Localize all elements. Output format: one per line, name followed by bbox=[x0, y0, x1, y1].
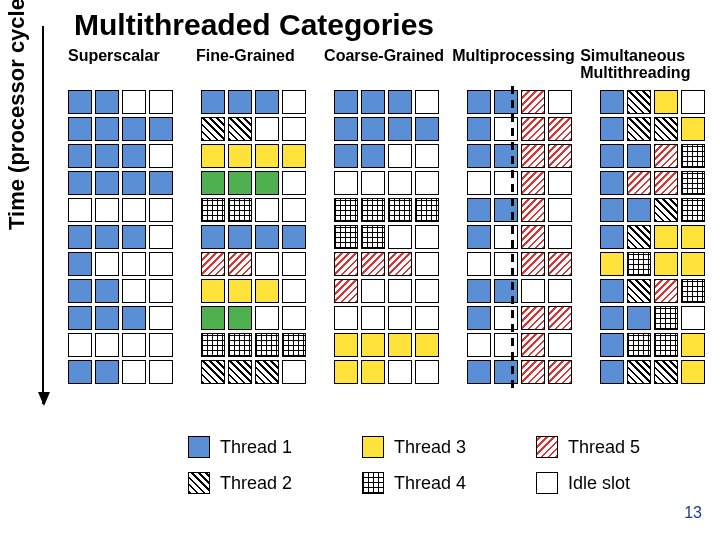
issue-slot bbox=[361, 360, 385, 384]
issue-slot bbox=[388, 198, 412, 222]
issue-slot bbox=[494, 198, 518, 222]
legend-thread-4: Thread 4 bbox=[362, 468, 532, 498]
issue-slot bbox=[122, 144, 146, 168]
issue-slot bbox=[654, 333, 678, 357]
issue-slot bbox=[548, 198, 572, 222]
issue-slot bbox=[201, 333, 225, 357]
issue-slot bbox=[467, 306, 491, 330]
page-title: Multithreaded Categories bbox=[74, 8, 434, 42]
issue-slot bbox=[494, 90, 518, 114]
issue-slot bbox=[255, 333, 279, 357]
issue-slot bbox=[415, 225, 439, 249]
issue-slot bbox=[149, 333, 173, 357]
issue-slot bbox=[415, 117, 439, 141]
legend-idle: Idle slot bbox=[536, 468, 706, 498]
issue-slot bbox=[415, 90, 439, 114]
issue-slot bbox=[122, 279, 146, 303]
issue-slot bbox=[681, 360, 705, 384]
issue-slot bbox=[600, 279, 624, 303]
issue-slot bbox=[95, 306, 119, 330]
legend: Thread 1 Thread 3 Thread 5 Thread 2 Thre… bbox=[188, 432, 706, 498]
legend-thread-5: Thread 5 bbox=[536, 432, 706, 462]
issue-slot bbox=[494, 252, 518, 276]
issue-slot bbox=[388, 117, 412, 141]
issue-slot bbox=[600, 144, 624, 168]
issue-slot bbox=[681, 279, 705, 303]
issue-slot bbox=[228, 360, 252, 384]
legend-label: Thread 3 bbox=[394, 437, 466, 458]
issue-slot bbox=[415, 171, 439, 195]
grid-multiprocessing bbox=[467, 90, 572, 384]
issue-slot bbox=[467, 117, 491, 141]
issue-slot bbox=[415, 360, 439, 384]
issue-slot bbox=[334, 279, 358, 303]
issue-slot bbox=[415, 333, 439, 357]
issue-slot bbox=[282, 90, 306, 114]
grid-coarse-grained bbox=[334, 90, 439, 384]
col-smt: Simultaneous Multithreading bbox=[580, 48, 716, 82]
issue-slot bbox=[548, 171, 572, 195]
legend-label: Thread 1 bbox=[220, 437, 292, 458]
issue-slot bbox=[494, 225, 518, 249]
issue-slot bbox=[415, 144, 439, 168]
issue-slot bbox=[282, 144, 306, 168]
issue-slot bbox=[95, 225, 119, 249]
swatch-thread-1 bbox=[188, 436, 210, 458]
issue-slot bbox=[600, 90, 624, 114]
issue-slot bbox=[467, 198, 491, 222]
legend-thread-3: Thread 3 bbox=[362, 432, 532, 462]
issue-slot bbox=[654, 144, 678, 168]
issue-slot bbox=[282, 198, 306, 222]
issue-slot bbox=[228, 306, 252, 330]
issue-slot bbox=[255, 171, 279, 195]
issue-slot-grids bbox=[68, 90, 705, 384]
issue-slot bbox=[68, 360, 92, 384]
issue-slot bbox=[361, 90, 385, 114]
issue-slot bbox=[361, 333, 385, 357]
issue-slot bbox=[467, 333, 491, 357]
issue-slot bbox=[548, 225, 572, 249]
issue-slot bbox=[467, 360, 491, 384]
col-superscalar: Superscalar bbox=[68, 48, 196, 82]
issue-slot bbox=[334, 117, 358, 141]
issue-slot bbox=[68, 144, 92, 168]
issue-slot bbox=[548, 252, 572, 276]
issue-slot bbox=[494, 360, 518, 384]
issue-slot bbox=[228, 333, 252, 357]
issue-slot bbox=[627, 306, 651, 330]
issue-slot bbox=[467, 144, 491, 168]
issue-slot bbox=[95, 333, 119, 357]
issue-slot bbox=[68, 225, 92, 249]
issue-slot bbox=[600, 306, 624, 330]
issue-slot bbox=[282, 360, 306, 384]
issue-slot bbox=[282, 225, 306, 249]
issue-slot bbox=[68, 198, 92, 222]
issue-slot bbox=[388, 144, 412, 168]
issue-slot bbox=[654, 117, 678, 141]
issue-slot bbox=[548, 117, 572, 141]
issue-slot bbox=[681, 144, 705, 168]
issue-slot bbox=[627, 144, 651, 168]
issue-slot bbox=[600, 252, 624, 276]
issue-slot bbox=[228, 279, 252, 303]
issue-slot bbox=[681, 171, 705, 195]
issue-slot bbox=[494, 144, 518, 168]
issue-slot bbox=[361, 198, 385, 222]
issue-slot bbox=[627, 360, 651, 384]
issue-slot bbox=[600, 333, 624, 357]
issue-slot bbox=[654, 279, 678, 303]
issue-slot bbox=[600, 171, 624, 195]
swatch-thread-4 bbox=[362, 472, 384, 494]
legend-thread-1: Thread 1 bbox=[188, 432, 358, 462]
issue-slot bbox=[681, 306, 705, 330]
issue-slot bbox=[388, 306, 412, 330]
issue-slot bbox=[627, 252, 651, 276]
issue-slot bbox=[334, 90, 358, 114]
issue-slot bbox=[68, 279, 92, 303]
issue-slot bbox=[201, 360, 225, 384]
issue-slot bbox=[334, 306, 358, 330]
issue-slot bbox=[494, 117, 518, 141]
issue-slot bbox=[388, 360, 412, 384]
column-headers: Superscalar Fine-Grained Coarse-Grained … bbox=[68, 48, 716, 82]
grid-smt bbox=[600, 90, 705, 384]
